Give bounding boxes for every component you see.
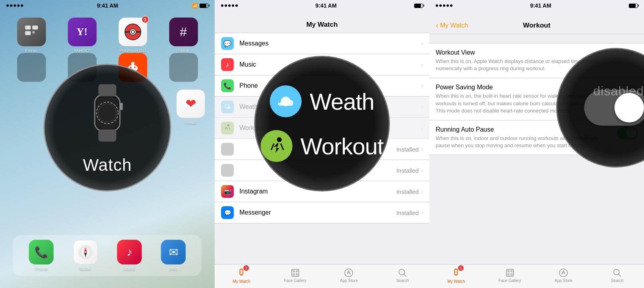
nav-title-2: My Watch — [221, 21, 423, 29]
messenger-value: Installed — [396, 209, 419, 216]
app-store-svg-2 — [344, 268, 354, 278]
health-app[interactable]: ❤ Health — [176, 89, 205, 125]
tab-face-gallery-2[interactable]: Face Gallery — [269, 268, 322, 283]
svg-rect-35 — [296, 270, 298, 272]
app-label-extras: Extras — [25, 48, 38, 53]
search-svg-2 — [398, 268, 407, 278]
signal-dots-2 — [221, 4, 238, 7]
tab-face-gallery-label-2: Face Gallery — [284, 278, 306, 283]
battery-area-2 — [414, 4, 423, 8]
weather-row-highlight: Weath — [263, 79, 381, 124]
workout-list-svg — [223, 124, 232, 132]
app-icon-slack[interactable]: # Slack — [162, 18, 205, 53]
time-display-1: 9:41 AM — [97, 2, 118, 9]
dock-safari[interactable]: Safari — [73, 240, 98, 271]
status-bar-1: 9:41 AM 📶 — [0, 0, 215, 10]
list-item-messenger[interactable]: 💬 Messenger Installed › — [215, 202, 429, 223]
disabled-label: disabled — [593, 84, 644, 99]
dock-safari-label: Safari — [79, 266, 91, 271]
weather-chevron: › — [421, 104, 423, 110]
app-img-slack: # — [169, 18, 198, 46]
nav-title-3: Workout — [523, 22, 551, 30]
extras-svg — [24, 24, 40, 40]
apple-watch-svg — [75, 81, 139, 152]
messenger-label: Messenger — [239, 209, 396, 216]
tab-my-watch-2[interactable]: 1 My Watch — [215, 267, 269, 284]
home-screen: 9:41 AM 📶 Extras — [0, 0, 215, 288]
app-icon-empty1[interactable] — [10, 53, 53, 89]
runner-svg — [267, 136, 286, 156]
phone-icon: 📞 — [34, 246, 48, 259]
workout-chevron: › — [421, 125, 423, 131]
svg-rect-43 — [455, 270, 457, 274]
app-img-empty3 — [169, 53, 198, 82]
watch-tab-badge-2: 1 — [243, 265, 249, 271]
svg-rect-16 — [99, 84, 117, 97]
app-img-extras — [17, 18, 46, 46]
weather-text-highlight: Weath — [310, 88, 374, 115]
tab-search-label-2: Search — [396, 278, 409, 283]
svg-rect-3 — [32, 31, 35, 34]
signal-dots-3 — [436, 4, 452, 7]
dock-music[interactable]: ♪ Music — [117, 240, 142, 271]
tab-app-store-3[interactable]: App Store — [537, 268, 591, 283]
battery-icon-3 — [629, 4, 638, 8]
time-display-3: 9:41 AM — [530, 2, 551, 9]
app-grid-row1: Extras Y! YAHOO! 1 — [0, 10, 215, 53]
tab-my-watch-label-2: My Watch — [233, 279, 250, 284]
nav-back-button[interactable]: ‹ My Watch — [436, 21, 468, 30]
workout-icon-highlight — [261, 130, 292, 162]
svg-rect-32 — [240, 274, 243, 276]
svg-point-12 — [131, 62, 134, 65]
installed1-chevron: › — [421, 146, 423, 152]
list-item-messages[interactable]: 💬 Messages › — [215, 33, 429, 54]
svg-rect-45 — [455, 274, 457, 276]
svg-point-26 — [227, 124, 229, 126]
messenger-glyph: 💬 — [224, 209, 231, 216]
health-app-img: ❤ — [176, 89, 205, 118]
watch-tab-badge-3: 1 — [458, 265, 464, 271]
tab-my-watch-3[interactable]: 1 My Watch — [429, 267, 483, 284]
search-svg-3 — [612, 268, 622, 278]
installed2-icon — [221, 164, 234, 177]
dock-mail-img: ✉ — [161, 240, 186, 264]
svg-rect-2 — [25, 31, 31, 35]
weather-list-glyph: 🌤 — [224, 103, 231, 110]
dock-safari-img — [73, 240, 98, 264]
phone-list-icon: 📞 — [221, 79, 234, 92]
app-icon-pokemon[interactable]: 1 Pokémon GO — [111, 18, 154, 53]
svg-rect-30 — [241, 270, 243, 274]
music-list-icon: ♪ — [221, 58, 234, 71]
watch-app-highlight[interactable]: Watch — [43, 64, 171, 191]
app-icon-extras[interactable]: Extras — [10, 18, 53, 53]
app-img-empty1 — [17, 53, 46, 82]
svg-point-11 — [134, 67, 136, 68]
workout-row-highlight: Workout — [254, 124, 390, 168]
dock-mail[interactable]: ✉ Mail — [161, 240, 186, 271]
face-gallery-svg-2 — [290, 268, 300, 278]
svg-point-7 — [131, 30, 134, 34]
screen1-frame: 9:41 AM 📶 Extras — [0, 0, 215, 288]
installed2-value: Installed — [396, 167, 419, 174]
phone-list-glyph: 📞 — [223, 82, 231, 90]
tab-app-store-label-3: App Store — [555, 278, 572, 283]
music-list-glyph: ♪ — [226, 61, 229, 69]
installed1-icon — [221, 143, 234, 156]
tab-search-2[interactable]: Search — [376, 268, 430, 283]
battery-area-3 — [629, 4, 638, 8]
status-bar-3: 9:41 AM — [429, 0, 644, 10]
workout-list-icon — [221, 122, 234, 134]
tab-face-gallery-3[interactable]: Face Gallery — [483, 268, 537, 283]
tab-app-store-2[interactable]: App Store — [322, 268, 376, 283]
messages-label: Messages — [239, 40, 421, 47]
dock-phone[interactable]: 📞 Phone — [29, 240, 53, 271]
nav-bar-3: ‹ My Watch Workout — [429, 10, 644, 34]
svg-point-28 — [277, 137, 282, 142]
watch-icon-inner: Watch — [75, 81, 139, 175]
workout-text-highlight: Workout — [300, 133, 383, 160]
app-icon-empty3[interactable] — [162, 53, 205, 89]
time-display-2: 9:41 AM — [315, 2, 336, 9]
tab-search-3[interactable]: Search — [591, 268, 644, 283]
app-icon-yahoo[interactable]: Y! YAHOO! — [60, 18, 104, 53]
battery-icon-1 — [200, 4, 208, 8]
